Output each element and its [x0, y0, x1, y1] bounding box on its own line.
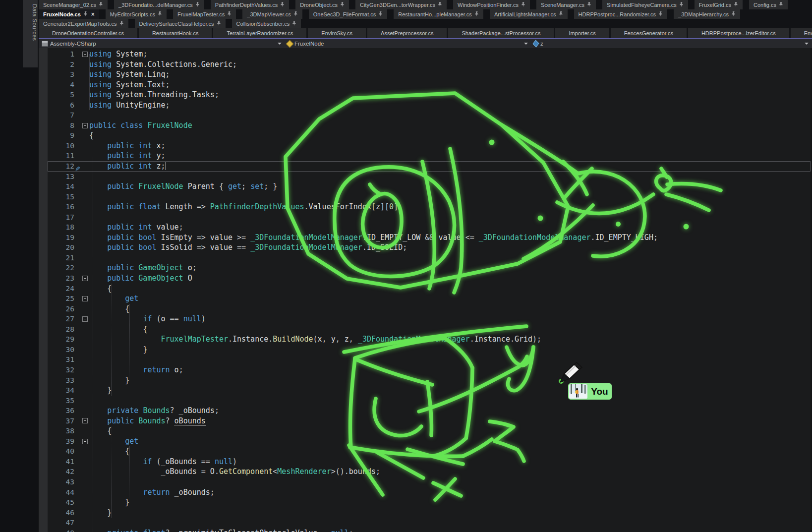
close-icon[interactable]: × [91, 11, 95, 17]
tab-OneSec3D_FileFormat.cs[interactable]: OneSec3D_FileFormat.cs [309, 9, 388, 19]
code-line-2[interactable]: 2using System.Collections.Generic; [48, 59, 811, 70]
chevron-down-icon[interactable] [278, 43, 282, 45]
code-line-5[interactable]: 5using System.Threading.Tasks; [48, 90, 811, 100]
tab-RestaurantHo...pleManager.cs[interactable]: RestaurantHo...pleManager.cs [394, 9, 483, 19]
tab-Importer.cs[interactable]: Importer.cs [555, 28, 609, 38]
code-lines[interactable]: 1using System;2using System.Collections.… [48, 48, 811, 532]
tab-_3DMapHierarchy.cs[interactable]: _3DMapHierarchy.cs [674, 9, 740, 19]
code-line-39[interactable]: 39 get [48, 436, 811, 447]
pin-icon[interactable] [158, 11, 162, 17]
code-line-38[interactable]: 38 { [48, 426, 811, 436]
tab-RestaurantHook.cs[interactable]: RestaurantHook.cs [139, 28, 212, 38]
tab-_3DMapViewer.cs[interactable]: _3DMapViewer.cs [242, 9, 302, 19]
code-line-24[interactable]: 24 { [48, 284, 811, 294]
tab-SceneManager.cs[interactable]: SceneManager.cs [536, 0, 596, 9]
project-combo[interactable]: Assembly-CSharp [39, 39, 285, 48]
pin-icon[interactable] [522, 2, 525, 7]
tab-MyEditorScripts.cs[interactable]: MyEditorScripts.cs [106, 9, 167, 19]
code-line-16[interactable]: 16 public float Length => PathfinderDept… [48, 202, 811, 212]
code-line-13[interactable]: 13 [48, 172, 811, 182]
pin-icon[interactable] [659, 11, 663, 17]
tab-FruxelGrid.cs[interactable]: FruxelGrid.cs [695, 0, 743, 9]
code-line-44[interactable]: 44 return _oBounds; [48, 487, 811, 498]
pin-icon[interactable] [379, 11, 383, 17]
code-line-20[interactable]: 20 public bool IsSolid => value == _3DFo… [48, 242, 811, 253]
data-sources-vertical-tab[interactable]: Data Sources [23, 0, 38, 67]
code-line-30[interactable]: 30 } [48, 345, 811, 355]
fold-collapse-icon[interactable] [82, 418, 88, 423]
tab-WindowPositionFinder.cs[interactable]: WindowPositionFinder.cs [453, 0, 530, 9]
code-line-19[interactable]: 19 public bool IsEmpty => value >= _3DFo… [48, 233, 811, 243]
code-line-14[interactable]: 14 public FruxelNode Parent { get; set; … [48, 181, 811, 192]
tab-AssetPreprocessor.cs[interactable]: AssetPreprocessor.cs [367, 28, 447, 38]
code-line-48[interactable]: 48 private float? _proximityToClosestObs… [48, 528, 811, 532]
tab-EnviroSkyMgr.cs[interactable]: EnviroSkyMgr.cs [791, 28, 812, 38]
indicator-margin[interactable] [39, 48, 48, 532]
tab-Config.cs[interactable]: Config.cs [749, 0, 788, 9]
tab-HDRPPostproc...Randomizer.cs[interactable]: HDRPPostproc...Randomizer.cs [574, 9, 668, 19]
code-line-35[interactable]: 35 [48, 396, 811, 406]
pin-icon[interactable] [438, 2, 442, 7]
tab-_3DFoundatio...delManager.cs[interactable]: _3DFoundatio...delManager.cs [114, 0, 204, 9]
code-line-17[interactable]: 17 [48, 212, 811, 223]
pin-icon[interactable] [228, 11, 232, 17]
pin-icon[interactable] [84, 11, 88, 17]
pin-icon[interactable] [587, 2, 591, 7]
tab-TerrainLayerRandomizer.cs[interactable]: TerrainLayerRandomizer.cs [213, 28, 306, 38]
tab-CollisionSubscriber.cs[interactable]: CollisionSubscriber.cs [232, 19, 301, 28]
code-line-4[interactable]: 4using System.Text; [48, 80, 811, 90]
code-line-18[interactable]: 18 public int value; [48, 222, 811, 233]
code-line-8[interactable]: 8public class FruxelNode [48, 120, 811, 131]
code-line-41[interactable]: 41 if (_oBounds == null) [48, 457, 811, 467]
tab-FencesGenerator.cs[interactable]: FencesGenerator.cs [611, 28, 687, 38]
code-line-25[interactable]: 25 get [48, 294, 811, 304]
pin-icon[interactable] [734, 2, 738, 7]
pin-icon[interactable] [120, 21, 124, 26]
fold-collapse-icon[interactable] [82, 439, 88, 444]
code-line-11[interactable]: 11 public int y; [48, 151, 811, 161]
chevron-down-icon[interactable] [805, 43, 809, 45]
tab-DroneObject.cs[interactable]: DroneObject.cs [295, 0, 349, 9]
pin-icon[interactable] [292, 21, 296, 26]
member-combo[interactable]: z [531, 39, 812, 48]
tab-HDRPPostproce...izerEditor.cs[interactable]: HDRPPostproce...izerEditor.cs [688, 28, 789, 38]
pin-icon[interactable] [732, 11, 736, 17]
code-line-34[interactable]: 34 } [48, 385, 811, 396]
code-line-21[interactable]: 21 [48, 253, 811, 263]
code-line-23[interactable]: 23 public GameObject O [48, 273, 811, 284]
tab-FruxelMapTester.cs[interactable]: FruxelMapTester.cs [173, 9, 236, 19]
code-line-12[interactable]: 12✎ public int z; [48, 161, 811, 172]
pin-icon[interactable] [99, 2, 103, 7]
code-line-1[interactable]: 1using System; [48, 49, 811, 59]
tab-SceneManager_02.cs[interactable]: SceneManager_02.cs [39, 0, 108, 9]
code-line-43[interactable]: 43 [48, 477, 811, 487]
code-line-33[interactable]: 33 } [48, 375, 811, 386]
pin-icon[interactable] [341, 2, 345, 7]
code-line-45[interactable]: 45 } [48, 497, 811, 508]
code-line-22[interactable]: 22 public GameObject o; [48, 263, 811, 273]
type-combo[interactable]: FruxelNode [285, 39, 531, 48]
tab-CityGen3DGen...torWrapper.cs[interactable]: CityGen3DGen...torWrapper.cs [355, 0, 447, 9]
pin-icon[interactable] [294, 11, 298, 17]
code-line-26[interactable]: 26 { [48, 304, 811, 314]
fold-collapse-icon[interactable] [82, 123, 88, 128]
tab-ArtificialLightsManager.cs[interactable]: ArtificialLightsManager.cs [490, 9, 568, 19]
tab-FruxelNode.cs[interactable]: FruxelNode.cs× [39, 9, 99, 19]
fold-collapse-icon[interactable] [82, 316, 88, 322]
code-line-47[interactable]: 47 [48, 518, 811, 528]
code-line-31[interactable]: 31 [48, 355, 811, 365]
chevron-down-icon[interactable] [524, 43, 528, 45]
code-line-9[interactable]: 9{ [48, 130, 811, 141]
code-line-32[interactable]: 32 return o; [48, 365, 811, 375]
code-line-42[interactable]: 42 _oBounds = O.GetComponent<MeshRendere… [48, 467, 811, 477]
code-line-29[interactable]: 29 FruxelMapTester.Instance.BuildNode(x,… [48, 334, 811, 345]
pin-icon[interactable] [559, 11, 563, 17]
code-line-40[interactable]: 40 { [48, 446, 811, 457]
code-line-15[interactable]: 15 [48, 192, 811, 202]
pin-icon[interactable] [196, 2, 200, 7]
code-line-3[interactable]: 3using System.Linq; [48, 69, 811, 80]
pin-icon[interactable] [680, 2, 684, 7]
code-line-7[interactable]: 7 [48, 110, 811, 120]
code-line-6[interactable]: 6using UnityEngine; [48, 100, 811, 111]
pin-icon[interactable] [281, 2, 285, 7]
